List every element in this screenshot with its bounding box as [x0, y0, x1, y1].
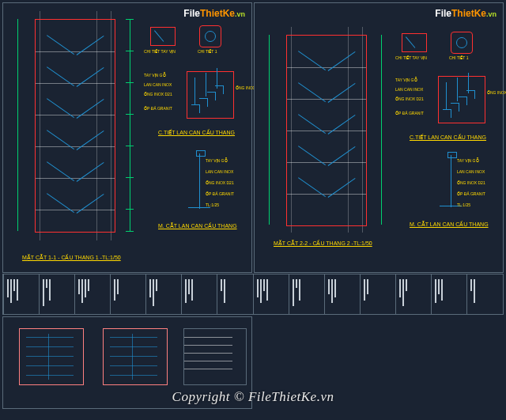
dim-tick	[126, 177, 134, 178]
note: ỐNG INOX D21	[457, 180, 485, 185]
dim-tick	[126, 209, 134, 210]
title-block-cell	[257, 279, 286, 309]
stair-flight	[77, 162, 104, 182]
note: LAN CAN INOX	[144, 82, 172, 87]
floor-line	[287, 99, 366, 100]
plan-line	[26, 346, 74, 347]
rail-post	[446, 82, 447, 109]
floor-line	[36, 146, 115, 147]
dim-tick	[126, 51, 134, 51]
logo-part-vn: .vn	[486, 10, 497, 18]
title-block-cell	[78, 279, 108, 309]
note: ỐNG INOX D21	[487, 90, 506, 95]
rail-cap	[447, 152, 457, 158]
title-block-cell	[399, 279, 429, 309]
note: LAN CAN INOX	[206, 169, 233, 174]
rail-cap	[196, 150, 206, 157]
note: TAY VỊN GỖ	[144, 73, 166, 78]
stair-flight	[77, 194, 104, 214]
watermark-logo: FileThietKe.vn	[183, 8, 245, 19]
plan-line	[26, 356, 74, 357]
detail-handrail	[154, 30, 164, 41]
floor-line	[36, 51, 115, 52]
thumb-title-block	[183, 328, 247, 385]
plan-thumb-2	[103, 328, 168, 385]
stair-section-outline	[286, 35, 367, 226]
detail-section-circle	[456, 37, 467, 48]
note: ỐP ĐÁ GRANIT	[144, 106, 172, 111]
note: LAN CAN INOX	[457, 169, 485, 174]
plan-line	[110, 337, 157, 338]
detail-title-2: M. CẮT LAN CAN CẦU THANG	[158, 223, 237, 229]
title-block-cell	[114, 279, 143, 309]
rail-post	[206, 73, 206, 96]
note: ỐP ĐÁ GRANIT	[457, 191, 485, 196]
copyright-text: Copyright © FileThietKe.vn	[0, 389, 506, 405]
dim-tick	[126, 146, 134, 146]
tb-line	[184, 361, 232, 361]
floor-line	[36, 115, 115, 115]
plan-line	[110, 356, 157, 357]
title-block-strip	[2, 274, 504, 315]
title-block-cell	[221, 279, 250, 309]
detail-title-2: M. CẮT LAN CAN CẦU THANG	[410, 221, 489, 228]
note: TAY VỊN GỖ	[395, 78, 417, 82]
title-block-cell	[149, 279, 179, 309]
dimension-line	[17, 19, 18, 231]
rail-post	[194, 78, 195, 104]
left-drawing-panel: FileThietKe.vn	[2, 2, 252, 273]
logo-part-thiet: ThietKe	[451, 8, 486, 19]
detail-box-1	[402, 33, 427, 52]
title-block-cell	[7, 279, 36, 309]
stair-flight	[77, 67, 104, 87]
detail-box-1	[150, 27, 176, 46]
watermark-logo: FileThietKe.vn	[435, 8, 497, 19]
logo-part-vn: .vn	[235, 10, 245, 18]
plan-line	[110, 346, 157, 347]
stair-flight	[77, 99, 104, 119]
title-block-cell	[364, 279, 393, 309]
detail-label-1: CHI TIẾT TAY VỊN	[395, 55, 427, 60]
note: ỐNG INOX D21	[395, 96, 424, 101]
note: ỐNG INOX D21	[144, 92, 172, 96]
plan-line	[110, 375, 157, 376]
title-block-cell	[43, 279, 72, 309]
left-section-title: MẶT CẮT 1-1 - CẦU THANG 1 -TL:1/50	[22, 255, 121, 261]
logo-part-thiet: ThietKe	[200, 8, 235, 19]
title-block-cell	[328, 279, 357, 309]
floor-line	[287, 162, 366, 163]
dim-tick	[126, 19, 134, 20]
stair-detail	[187, 71, 234, 119]
floor-line	[36, 83, 115, 84]
dimension-line	[381, 35, 382, 225]
dim-tick	[126, 231, 134, 232]
detail-label-2: CHI TIẾT 1	[198, 49, 217, 54]
stair-flight	[328, 51, 356, 71]
detail-box-2	[451, 32, 473, 54]
stair-flight	[328, 146, 356, 166]
stair-detail	[438, 76, 485, 123]
plan-line	[26, 337, 74, 338]
detail-section-circle	[205, 31, 216, 42]
rail-section-post	[199, 153, 202, 209]
floor-line	[287, 131, 366, 131]
rail-base	[188, 207, 210, 208]
plan-line	[26, 365, 74, 366]
stair-flight	[77, 131, 104, 150]
plan-line	[26, 375, 74, 376]
tb-line	[184, 369, 232, 369]
floor-line	[36, 178, 115, 179]
right-drawing-panel: FileThietKe.vn MẶT CẮT 2-2 - CẦU THANG 2…	[254, 2, 504, 273]
stair-flight	[328, 115, 356, 134]
tb-line	[184, 353, 232, 354]
detail-label-1: CHI TIẾT TAY VỊN	[144, 49, 176, 54]
plan-line	[110, 365, 157, 366]
cad-canvas: FileThietKe.vn	[0, 0, 506, 420]
note: TAY VỊN GỖ	[457, 158, 479, 163]
plan-line	[48, 334, 49, 380]
floor-line	[36, 210, 115, 210]
stair-flight	[328, 178, 356, 198]
note: ỐP ĐÁ GRANIT	[395, 111, 424, 115]
note: TL:1/25	[206, 202, 219, 207]
dim-tick	[126, 114, 134, 115]
